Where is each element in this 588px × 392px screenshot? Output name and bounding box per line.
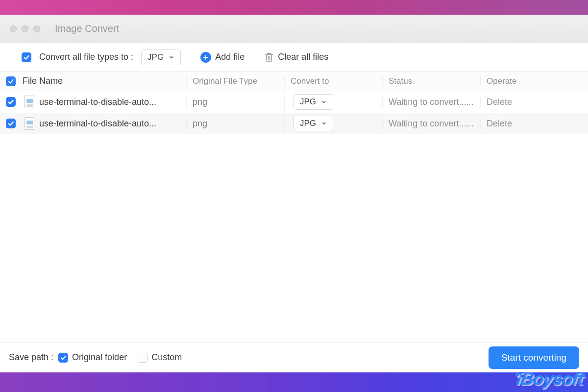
row-checkbox[interactable] bbox=[6, 119, 16, 128]
maximize-window-button[interactable] bbox=[33, 25, 40, 32]
start-converting-button[interactable]: Start converting bbox=[489, 346, 579, 369]
delete-button[interactable]: Delete bbox=[487, 97, 512, 107]
save-path-label: Save path : bbox=[9, 352, 53, 363]
original-type: png bbox=[186, 97, 284, 107]
trash-icon bbox=[264, 52, 274, 63]
row-checkbox[interactable] bbox=[6, 97, 16, 107]
add-file-label: Add file bbox=[215, 52, 245, 62]
original-type: png bbox=[186, 119, 284, 129]
window-title: Image Convert bbox=[55, 23, 119, 34]
close-window-button[interactable] bbox=[10, 25, 17, 32]
file-icon bbox=[24, 117, 34, 130]
header-file-name[interactable]: File Name bbox=[22, 76, 186, 86]
custom-folder-label: Custom bbox=[151, 352, 182, 363]
row-status: Waiting to convert...... bbox=[382, 97, 480, 107]
check-icon bbox=[7, 78, 14, 85]
file-name: use-terminal-to-disable-auto... bbox=[39, 119, 156, 129]
wallpaper-bottom bbox=[0, 372, 588, 392]
plus-circle-icon bbox=[200, 52, 211, 63]
row-convert-select[interactable]: JPG bbox=[294, 116, 333, 131]
check-icon bbox=[23, 54, 30, 61]
header-original-type[interactable]: Original File Type bbox=[186, 76, 284, 86]
convert-all-select[interactable]: JPG bbox=[141, 49, 181, 65]
chevron-down-icon bbox=[321, 121, 327, 126]
row-convert-select[interactable]: JPG bbox=[294, 94, 333, 110]
check-icon bbox=[7, 98, 14, 105]
custom-folder-checkbox[interactable] bbox=[138, 353, 147, 363]
file-icon bbox=[24, 96, 34, 108]
add-file-button[interactable]: Add file bbox=[200, 52, 245, 63]
select-all-checkbox[interactable] bbox=[6, 76, 16, 86]
custom-folder-option[interactable]: Custom bbox=[138, 352, 182, 363]
convert-all-checkbox[interactable] bbox=[22, 52, 31, 62]
table-row: use-terminal-to-disable-auto... png JPG … bbox=[0, 91, 588, 113]
window-titlebar: Image Convert bbox=[0, 15, 588, 43]
file-name: use-terminal-to-disable-auto... bbox=[39, 97, 156, 107]
header-operate[interactable]: Operate bbox=[480, 76, 588, 86]
row-status: Waiting to convert...... bbox=[382, 119, 480, 129]
check-icon bbox=[60, 354, 67, 361]
chevron-down-icon bbox=[321, 99, 327, 105]
table-header: File Name Original File Type Convert to … bbox=[0, 72, 588, 91]
check-icon bbox=[7, 120, 14, 127]
wallpaper-top bbox=[0, 0, 588, 15]
original-folder-checkbox[interactable] bbox=[58, 353, 68, 363]
table-body: use-terminal-to-disable-auto... png JPG … bbox=[0, 91, 588, 342]
chevron-down-icon bbox=[169, 54, 174, 60]
row-convert-value: JPG bbox=[300, 119, 316, 128]
header-status[interactable]: Status bbox=[382, 76, 480, 86]
clear-all-button[interactable]: Clear all files bbox=[264, 52, 328, 63]
minimize-window-button[interactable] bbox=[22, 25, 28, 32]
original-folder-label: Original folder bbox=[72, 352, 127, 363]
original-folder-option[interactable]: Original folder bbox=[58, 352, 127, 363]
table-row: use-terminal-to-disable-auto... png JPG … bbox=[0, 113, 588, 134]
delete-button[interactable]: Delete bbox=[487, 119, 512, 128]
toolbar: Convert all file types to : JPG Add file… bbox=[0, 43, 588, 72]
footer: Save path : Original folder Custom Start… bbox=[0, 342, 588, 372]
row-convert-value: JPG bbox=[300, 97, 316, 107]
convert-all-label: Convert all file types to : bbox=[39, 52, 133, 62]
traffic-lights bbox=[10, 25, 40, 32]
convert-all-select-value: JPG bbox=[147, 52, 164, 62]
header-convert-to[interactable]: Convert to bbox=[284, 76, 382, 86]
app-window: Image Convert Convert all file types to … bbox=[0, 15, 588, 372]
clear-all-label: Clear all files bbox=[278, 52, 328, 62]
